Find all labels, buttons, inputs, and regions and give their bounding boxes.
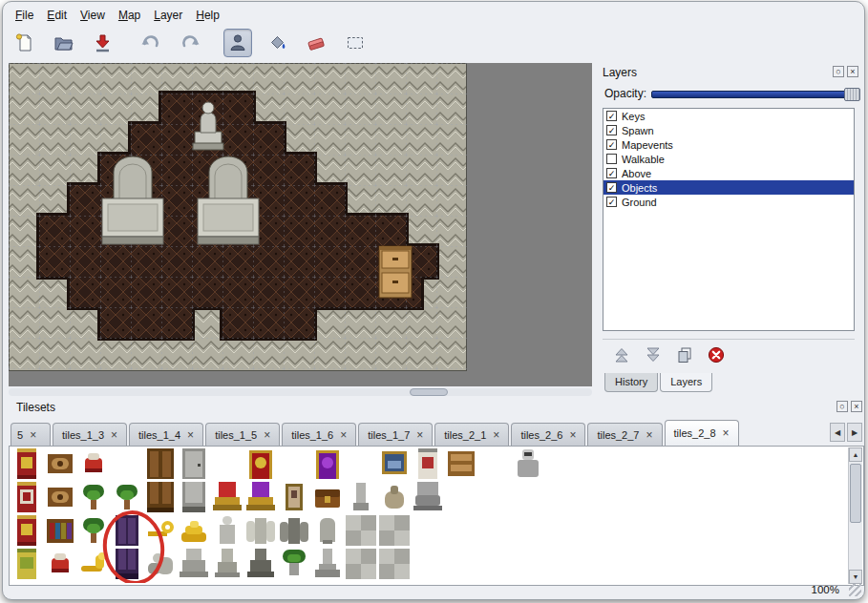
tile-banner_red2[interactable] — [11, 482, 42, 512]
tile-banner_red[interactable] — [11, 515, 42, 546]
close-panel-icon[interactable]: × — [847, 66, 858, 77]
tileset-tab[interactable]: tiles_2_7× — [587, 423, 662, 446]
tab-close-icon[interactable]: × — [646, 430, 652, 440]
duplicate-layer-icon[interactable] — [675, 345, 694, 364]
layer-row[interactable]: Walkable — [603, 152, 854, 166]
tab-close-icon[interactable]: × — [111, 430, 117, 440]
tile-banner_yellow[interactable] — [11, 549, 42, 579]
tab-layers[interactable]: Layers — [660, 373, 712, 392]
tileset-tab[interactable]: tiles_2_1× — [434, 423, 509, 446]
tab-close-icon[interactable]: × — [416, 430, 423, 440]
float-panel-icon[interactable]: ○ — [836, 401, 848, 412]
tileset-vertical-scrollbar[interactable]: ▲ ▼ — [848, 447, 862, 584]
tile-throne_red_top[interactable] — [245, 448, 276, 479]
tile-door_purple_bot[interactable] — [112, 549, 142, 579]
layer-row[interactable]: ✓Keys — [603, 109, 854, 123]
map-hscroll-thumb[interactable] — [410, 388, 448, 396]
tileset-tab[interactable]: tiles_1_5× — [205, 423, 280, 446]
tile-throne_purple_top[interactable] — [312, 448, 343, 479]
menu-map[interactable]: Map — [116, 7, 151, 24]
opacity-slider-track[interactable] — [651, 91, 860, 98]
opacity-slider[interactable] — [651, 88, 860, 101]
layer-visibility-checkbox[interactable]: ✓ — [606, 111, 617, 121]
tile-tomb[interactable] — [312, 515, 343, 546]
tileset-tab[interactable]: 5× — [11, 423, 51, 446]
tab-close-icon[interactable]: × — [187, 430, 194, 440]
tile-rocks[interactable] — [145, 549, 176, 579]
tile-throne_red_bot[interactable] — [212, 482, 243, 512]
tile-plant[interactable] — [78, 515, 109, 546]
scroll-tabs-left-icon[interactable]: ◀ — [830, 423, 845, 442]
new-file-button[interactable] — [11, 29, 39, 57]
tile-gold_pile[interactable] — [179, 515, 209, 546]
tile-gargoyle_top[interactable] — [279, 515, 309, 546]
tile-painting[interactable] — [379, 448, 410, 479]
lower-layer-icon[interactable] — [644, 345, 663, 364]
layer-list[interactable]: ✓Keys✓Spawn✓MapeventsWalkable✓Above✓Obje… — [603, 108, 855, 331]
tileset-tab[interactable]: tiles_1_3× — [53, 423, 127, 446]
tile-plant[interactable] — [112, 482, 142, 512]
tile-stone2[interactable] — [346, 549, 376, 579]
tile-door_gray_bot[interactable] — [179, 482, 209, 512]
resize-grip[interactable] — [849, 584, 861, 596]
layer-visibility-checkbox[interactable] — [606, 154, 617, 164]
layer-row[interactable]: ✓Objects — [603, 180, 854, 195]
tile-painting2[interactable] — [279, 482, 309, 512]
tile-armor_top[interactable] — [513, 448, 543, 479]
layer-visibility-checkbox[interactable]: ✓ — [606, 197, 617, 207]
tile-armor_bot[interactable] — [413, 482, 443, 512]
tab-close-icon[interactable]: × — [493, 430, 499, 440]
tile-pot_red[interactable] — [78, 448, 109, 479]
tileset-tab[interactable]: tiles_1_7× — [358, 423, 433, 446]
tile-door_gray_top[interactable] — [179, 448, 209, 479]
layer-row[interactable]: ✓Ground — [603, 195, 854, 209]
float-panel-icon[interactable]: ○ — [833, 66, 844, 77]
tile-shelf[interactable] — [446, 448, 476, 479]
tile-chest[interactable] — [312, 482, 343, 512]
tile-wheel[interactable] — [45, 482, 75, 512]
select-tool-button[interactable] — [341, 29, 370, 57]
fill-tool-button[interactable] — [263, 29, 291, 57]
tile-vase_plant[interactable] — [279, 549, 309, 579]
tab-close-icon[interactable]: × — [264, 430, 270, 440]
tile-throne_purple_bot[interactable] — [245, 482, 276, 512]
close-panel-icon[interactable]: × — [851, 401, 862, 412]
tile-pillar_base[interactable] — [312, 549, 343, 579]
tile-sack[interactable] — [379, 482, 410, 512]
scroll-tabs-right-icon[interactable]: ▶ — [847, 423, 862, 442]
tile-key_gold[interactable] — [145, 515, 176, 546]
tab-close-icon[interactable]: × — [340, 430, 347, 440]
tile-angel_top[interactable] — [245, 515, 276, 546]
tileset-tab[interactable]: tiles_1_4× — [129, 423, 203, 446]
menu-layer[interactable]: Layer — [151, 7, 193, 24]
layer-visibility-checkbox[interactable]: ✓ — [606, 139, 617, 150]
tile-pot_red[interactable] — [45, 549, 75, 579]
tile-stone2[interactable] — [346, 515, 376, 546]
layer-visibility-checkbox[interactable]: ✓ — [606, 168, 617, 178]
save-button[interactable] — [89, 29, 117, 57]
vscroll-thumb[interactable] — [850, 464, 861, 523]
tileset-tab[interactable]: tiles_1_6× — [282, 423, 356, 446]
tile-statue_top[interactable] — [212, 515, 243, 546]
layer-row[interactable]: ✓Spawn — [603, 123, 854, 137]
tile-books[interactable] — [45, 515, 75, 546]
tileset-tab[interactable]: tiles_2_8× — [665, 420, 739, 446]
undo-button[interactable] — [137, 29, 165, 57]
menu-edit[interactable]: Edit — [44, 7, 77, 24]
tab-close-icon[interactable]: × — [30, 430, 36, 440]
tile-cabinet_bot[interactable] — [145, 482, 176, 512]
redo-button[interactable] — [176, 29, 204, 57]
menu-file[interactable]: File — [12, 7, 44, 24]
tileset-tab[interactable]: tiles_2_6× — [511, 423, 585, 446]
tile-horn_gold[interactable] — [78, 549, 109, 579]
tile-banner_white[interactable] — [413, 448, 443, 479]
scroll-up-icon[interactable]: ▲ — [849, 447, 862, 462]
tile-cabinet_top[interactable] — [145, 448, 176, 479]
tile-door_purple_top[interactable] — [112, 515, 142, 546]
map-canvas-area[interactable] — [9, 63, 592, 386]
delete-layer-icon[interactable] — [707, 345, 726, 364]
tile-statue_bot[interactable] — [179, 549, 209, 579]
tab-history[interactable]: History — [604, 373, 658, 392]
tile-stone2[interactable] — [379, 515, 410, 546]
tile-gargoyle_bot[interactable] — [245, 549, 276, 579]
